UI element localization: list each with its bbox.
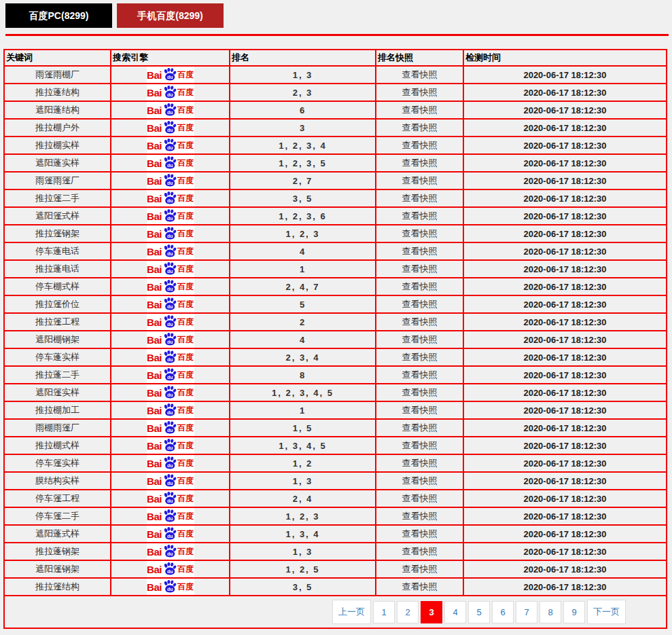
snapshot-link[interactable]: 查看快照: [376, 137, 463, 154]
baidu-logo-cn-text: 百度: [177, 140, 194, 151]
baidu-paw-icon: du: [162, 473, 177, 488]
snapshot-link[interactable]: 查看快照: [376, 401, 463, 419]
page-button-2[interactable]: 2: [397, 601, 419, 623]
baidu-logo-bai-text: Bai: [147, 511, 162, 522]
engine-cell: Bai du 百度: [111, 313, 230, 331]
baidu-logo: Bai du 百度: [147, 208, 194, 224]
snapshot-link[interactable]: 查看快照: [376, 189, 463, 207]
baidu-logo-bai-text: Bai: [147, 422, 162, 434]
keyword-cell: 雨篷雨棚厂: [4, 66, 111, 84]
time-cell: 2020-06-17 18:12:30: [463, 419, 667, 437]
baidu-logo-cn-text: 百度: [177, 475, 194, 487]
snapshot-link[interactable]: 查看快照: [376, 472, 463, 490]
snapshot-link[interactable]: 查看快照: [376, 260, 463, 278]
table-row: 遮阳蓬式样 Bai du 百度 1, 3, 4 查看快照 2020-06-17 …: [4, 525, 667, 543]
baidu-logo-cn-text: 百度: [177, 246, 194, 257]
snapshot-link[interactable]: 查看快照: [376, 543, 463, 560]
time-cell: 2020-06-17 18:12:30: [463, 560, 667, 578]
snapshot-link[interactable]: 查看快照: [376, 278, 463, 295]
rank-cell: 1, 2, 3, 4: [230, 137, 376, 154]
snapshot-link[interactable]: 查看快照: [376, 101, 463, 119]
snapshot-link[interactable]: 查看快照: [376, 84, 463, 101]
snapshot-link[interactable]: 查看快照: [376, 66, 463, 84]
page-button-5[interactable]: 5: [468, 601, 490, 623]
keyword-cell: 停车篷二手: [4, 507, 111, 525]
svg-text:du: du: [167, 463, 173, 468]
page-button-4[interactable]: 4: [444, 601, 466, 623]
snapshot-link[interactable]: 查看快照: [376, 366, 463, 384]
next-page-button[interactable]: 下一页: [587, 600, 626, 624]
baidu-logo: Bai du 百度: [147, 508, 194, 524]
snapshot-link[interactable]: 查看快照: [376, 437, 463, 454]
page-button-6[interactable]: 6: [492, 601, 514, 623]
table-row: 遮阳篷实样 Bai du 百度 1, 2, 3, 4, 5 查看快照 2020-…: [4, 384, 667, 401]
baidu-logo-cn-text: 百度: [177, 299, 194, 310]
baidu-logo-bai-text: Bai: [147, 264, 162, 275]
keyword-cell: 推拉蓬二手: [4, 366, 111, 384]
snapshot-link[interactable]: 查看快照: [376, 225, 463, 242]
page-button-9[interactable]: 9: [563, 601, 585, 623]
baidu-paw-icon: du: [162, 85, 177, 99]
engine-cell: Bai du 百度: [111, 472, 230, 490]
baidu-logo-cn-text: 百度: [177, 228, 194, 240]
snapshot-link[interactable]: 查看快照: [376, 454, 463, 472]
time-cell: 2020-06-17 18:12:30: [463, 242, 667, 260]
engine-cell: Bai du 百度: [111, 225, 230, 242]
snapshot-link[interactable]: 查看快照: [376, 295, 463, 313]
keyword-cell: 停车蓬实样: [4, 348, 111, 366]
engine-cell: Bai du 百度: [111, 242, 230, 260]
rank-cell: 1, 5: [230, 419, 376, 437]
table-row: 推拉篷价位 Bai du 百度 5 查看快照 2020-06-17 18:12:…: [4, 295, 667, 313]
rank-cell: 1: [230, 401, 376, 419]
snapshot-link[interactable]: 查看快照: [376, 525, 463, 543]
page-button-8[interactable]: 8: [540, 601, 561, 623]
header-rank: 排名: [230, 50, 376, 66]
baidu-logo: Bai du 百度: [147, 420, 194, 436]
tab-baidu-pc[interactable]: 百度PC(8299): [5, 3, 112, 28]
snapshot-link[interactable]: 查看快照: [376, 331, 463, 348]
snapshot-link[interactable]: 查看快照: [376, 154, 463, 172]
table-row: 膜结构实样 Bai du 百度 1, 3 查看快照 2020-06-17 18:…: [4, 472, 667, 490]
baidu-logo-bai-text: Bai: [147, 193, 162, 204]
svg-text:du: du: [167, 181, 173, 185]
table-row: 停车篷二手 Bai du 百度 1, 2, 3 查看快照 2020-06-17 …: [4, 507, 667, 525]
time-cell: 2020-06-17 18:12:30: [463, 348, 667, 366]
table-row: 推拉篷钢架 Bai du 百度 1, 2, 3 查看快照 2020-06-17 …: [4, 225, 667, 242]
baidu-paw-icon: du: [162, 579, 177, 594]
snapshot-link[interactable]: 查看快照: [376, 507, 463, 525]
snapshot-link[interactable]: 查看快照: [376, 313, 463, 331]
keyword-rank-table: 关键词 搜索引擎 排名 排名快照 检测时间 雨篷雨棚厂 Bai du: [3, 49, 667, 629]
time-cell: 2020-06-17 18:12:30: [463, 490, 667, 507]
snapshot-link[interactable]: 查看快照: [376, 490, 463, 507]
baidu-logo-bai-text: Bai: [147, 546, 162, 558]
baidu-logo-bai-text: Bai: [147, 122, 162, 134]
engine-cell: Bai du 百度: [111, 490, 230, 507]
snapshot-link[interactable]: 查看快照: [376, 578, 463, 596]
engine-cell: Bai du 百度: [111, 101, 230, 119]
keyword-cell: 推拉蓬钢架: [4, 543, 111, 560]
snapshot-link[interactable]: 查看快照: [376, 419, 463, 437]
baidu-logo-bai-text: Bai: [147, 69, 162, 81]
page-button-3[interactable]: 3: [421, 601, 442, 623]
prev-page-button[interactable]: 上一页: [332, 600, 371, 624]
baidu-paw-icon: du: [162, 279, 177, 293]
page-number-group: 123456789: [373, 601, 587, 623]
rank-cell: 1, 3, 4: [230, 525, 376, 543]
baidu-paw-icon: du: [162, 120, 177, 134]
snapshot-link[interactable]: 查看快照: [376, 172, 463, 189]
snapshot-link[interactable]: 查看快照: [376, 384, 463, 401]
baidu-logo-bai-text: Bai: [147, 281, 162, 293]
baidu-logo-bai-text: Bai: [147, 158, 162, 169]
snapshot-link[interactable]: 查看快照: [376, 119, 463, 137]
page-button-7[interactable]: 7: [516, 601, 537, 623]
snapshot-link[interactable]: 查看快照: [376, 242, 463, 260]
baidu-logo-bai-text: Bai: [147, 493, 162, 505]
snapshot-link[interactable]: 查看快照: [376, 348, 463, 366]
baidu-logo-cn-text: 百度: [177, 369, 194, 381]
engine-cell: Bai du 百度: [111, 507, 230, 525]
engine-cell: Bai du 百度: [111, 207, 230, 225]
snapshot-link[interactable]: 查看快照: [376, 207, 463, 225]
snapshot-link[interactable]: 查看快照: [376, 560, 463, 578]
tab-baidu-mobile[interactable]: 手机百度(8299): [117, 3, 224, 28]
page-button-1[interactable]: 1: [373, 601, 395, 623]
